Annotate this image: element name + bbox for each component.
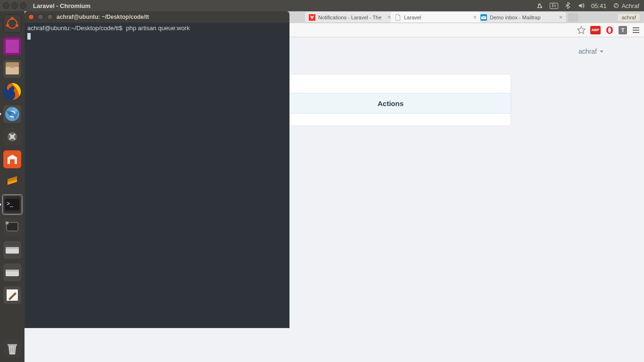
system-settings-icon[interactable] [2, 126, 23, 147]
terminal-window: achraf@ubuntu: ~/Desktop/code/tt achraf@… [25, 11, 289, 328]
terminal-title: achraf@ubuntu: ~/Desktop/code/tt [57, 14, 149, 20]
text-editor-icon[interactable] [2, 285, 23, 305]
page-icon [395, 14, 401, 21]
disk1-icon[interactable] [2, 239, 23, 260]
files-icon[interactable] [2, 58, 23, 79]
svg-rect-28 [6, 222, 8, 224]
tab-label: Notifications - Laravel - The [318, 15, 381, 20]
svg-rect-11 [10, 66, 14, 68]
system-topbar: Laravel - Chromium Fr 05:41 Achraf [0, 0, 644, 11]
terminal-body[interactable]: achraf@ubuntu:~/Desktop/code/tt$ php art… [25, 23, 289, 328]
new-tab-button[interactable] [568, 13, 578, 22]
tab-label: Laravel [404, 15, 421, 20]
term-close-icon[interactable] [28, 14, 34, 20]
shell-prompt: achraf@ubuntu:~/Desktop/code/tt$ [27, 25, 122, 32]
svg-rect-34 [6, 270, 19, 272]
close-icon[interactable]: × [559, 14, 562, 21]
trash-icon[interactable] [2, 338, 23, 359]
svg-rect-38 [8, 344, 17, 346]
laravel-icon [309, 14, 315, 21]
sublime-icon[interactable] [2, 172, 23, 192]
software-center-icon[interactable] [2, 149, 23, 170]
cursor-icon [27, 33, 31, 40]
tab-notifications[interactable]: Notifications - Laravel - The × [305, 12, 395, 23]
network-icon[interactable] [537, 2, 543, 9]
term-min-icon[interactable] [38, 14, 43, 20]
menu-icon[interactable] [632, 26, 640, 34]
adblock-icon[interactable]: ABP [590, 26, 601, 34]
close-icon[interactable]: × [473, 14, 477, 21]
firefox-icon[interactable] [2, 81, 23, 102]
mailtrap-icon [480, 14, 487, 21]
svg-rect-10 [6, 62, 19, 67]
tab-laravel[interactable]: Laravel × [391, 12, 480, 23]
svg-rect-21 [10, 159, 15, 164]
terminal-titlebar: achraf@ubuntu: ~/Desktop/code/tt [25, 11, 289, 23]
col-actions: Actions [367, 99, 414, 107]
volume-icon[interactable] [578, 2, 585, 9]
svg-point-42 [608, 27, 611, 33]
svg-text:>_: >_ [7, 200, 13, 207]
svg-rect-31 [6, 247, 19, 249]
workspace-icon[interactable] [2, 36, 23, 57]
opera-ext-icon[interactable] [605, 26, 614, 34]
window-title: Laravel - Chromium [33, 2, 91, 9]
profile-chip[interactable]: achraf [617, 13, 640, 22]
clock[interactable]: 05:41 [591, 2, 607, 9]
shell-command: php artisan queue:work [126, 25, 190, 32]
disk2-icon[interactable] [2, 262, 23, 283]
close-icon[interactable]: × [388, 14, 391, 21]
svg-rect-7 [6, 40, 19, 53]
session-menu[interactable]: Achraf [613, 2, 639, 9]
user-dropdown[interactable]: achraf [578, 48, 603, 55]
svg-point-5 [6, 24, 9, 27]
unity-launcher: >_ [0, 11, 25, 362]
svg-point-19 [10, 135, 14, 139]
term-max-icon[interactable] [47, 14, 53, 20]
window-controls [3, 2, 26, 9]
t-ext-icon[interactable]: T [619, 26, 627, 34]
terminal-icon[interactable]: >_ [2, 194, 23, 215]
dash-icon[interactable] [2, 13, 23, 34]
keyboard-indicator[interactable]: Fr [550, 3, 558, 9]
svg-point-4 [16, 24, 18, 27]
bluetooth-icon[interactable] [565, 2, 571, 9]
win-close-icon[interactable] [3, 2, 9, 9]
chevron-down-icon [600, 50, 603, 53]
win-min-icon[interactable] [11, 2, 18, 9]
tab-label: Demo inbox - Mailtrap [490, 15, 541, 20]
screenshot-icon[interactable] [2, 217, 23, 238]
chromium-icon[interactable] [2, 104, 23, 124]
svg-point-3 [11, 17, 14, 20]
user-name: achraf [578, 48, 597, 55]
win-max-icon[interactable] [20, 2, 26, 9]
tab-mailtrap[interactable]: Demo inbox - Mailtrap × [477, 12, 566, 23]
bookmark-star-icon[interactable] [577, 26, 586, 34]
